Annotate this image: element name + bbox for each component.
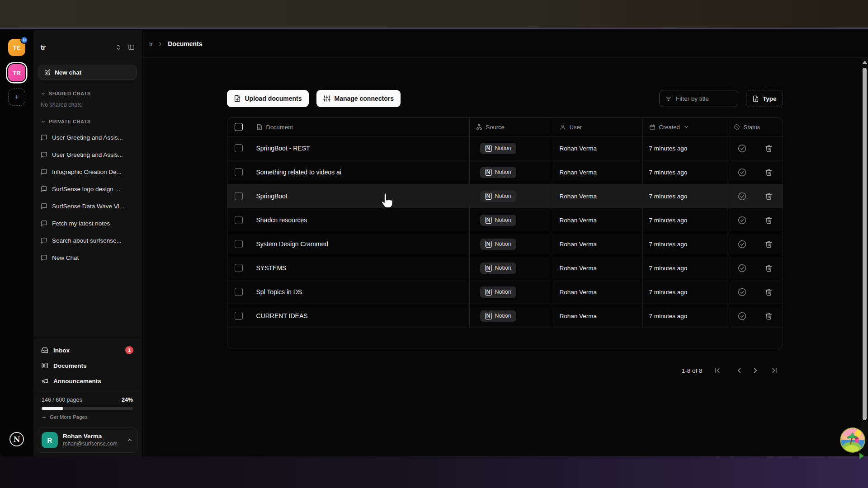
previous-page-button[interactable] (732, 366, 741, 375)
add-workspace-button[interactable]: + (8, 89, 25, 106)
scrollbar-thumb[interactable] (863, 68, 867, 420)
column-header-status[interactable]: Status (727, 118, 783, 136)
message-icon (41, 134, 47, 141)
sidebar-item-documents[interactable]: Documents (37, 358, 137, 373)
row-created: 7 minutes ago (642, 232, 727, 256)
status-check-icon (737, 144, 747, 153)
message-icon (41, 169, 47, 175)
get-more-pages-button[interactable]: Get More Pages (42, 414, 133, 420)
row-checkbox[interactable] (235, 288, 243, 296)
source-badge: NNotion (480, 286, 516, 298)
row-checkbox[interactable] (235, 240, 243, 248)
pagination: 1-8 of 8 (227, 366, 783, 375)
source-badge: NNotion (480, 167, 516, 178)
clock-icon (734, 124, 740, 130)
delete-row-icon[interactable] (765, 288, 773, 296)
scrollbar-up-arrow[interactable] (863, 61, 867, 64)
status-check-icon (737, 216, 747, 225)
breadcrumb: tr Documents (142, 30, 868, 58)
delete-row-icon[interactable] (765, 264, 773, 272)
sidebar-item-inbox[interactable]: Inbox 1 (37, 343, 137, 358)
row-checkbox[interactable] (235, 192, 243, 200)
chat-list-item[interactable]: Search about surfsense... (33, 232, 141, 249)
table-row[interactable]: Spl Topics in DS NNotion Rohan Verma 7 m… (227, 280, 783, 304)
table-row[interactable]: SYSTEMS NNotion Rohan Verma 7 minutes ag… (227, 256, 783, 280)
sort-chevron-down-icon (684, 124, 689, 130)
chat-list-item[interactable]: User Greeting and Assis... (33, 146, 141, 163)
chat-list-item[interactable]: Fetch my latest notes (33, 215, 141, 232)
row-user: Rohan Verma (553, 256, 642, 280)
table-row[interactable]: SpringBoot - REST NNotion Rohan Verma 7 … (227, 136, 783, 160)
document-name: SYSTEMS (250, 256, 469, 280)
notion-icon: N (485, 265, 492, 272)
manage-connectors-button[interactable]: Manage connectors (316, 90, 401, 107)
workspace-switcher-icon[interactable] (115, 44, 122, 51)
row-checkbox[interactable] (235, 144, 243, 152)
new-chat-button[interactable]: New chat (38, 65, 137, 80)
column-header-user[interactable]: User (553, 118, 642, 136)
private-chat-list: User Greeting and Assis... User Greeting… (33, 129, 141, 266)
row-user: Rohan Verma (553, 136, 642, 160)
next-page-button[interactable] (751, 366, 760, 375)
column-header-created[interactable]: Created (642, 118, 727, 136)
table-row[interactable]: Something related to videos ai NNotion R… (227, 160, 783, 184)
document-name: System Design Crammed (250, 232, 469, 256)
source-badge: NNotion (480, 310, 516, 322)
select-all-checkbox[interactable] (235, 123, 243, 131)
user-menu[interactable]: R Rohan Verma rohan@surfsense.com (37, 427, 138, 453)
delete-row-icon[interactable] (765, 192, 773, 200)
users-badge-icon (20, 36, 28, 44)
breadcrumb-root[interactable]: tr (149, 41, 153, 47)
delete-row-icon[interactable] (765, 216, 773, 224)
row-checkbox[interactable] (235, 264, 243, 272)
usage-panel: 146 / 600 pages 24% Get More Pages (33, 392, 141, 425)
delete-row-icon[interactable] (765, 145, 773, 152)
message-icon (41, 151, 47, 158)
type-filter-button[interactable]: Type (746, 90, 783, 107)
sidebar-toggle-icon[interactable] (128, 44, 135, 51)
last-page-button[interactable] (770, 366, 778, 375)
workspace-avatar-te[interactable]: TE (8, 39, 25, 56)
calendar-icon (649, 124, 656, 130)
row-checkbox[interactable] (235, 216, 243, 224)
filter-icon (665, 95, 672, 102)
chat-list-item[interactable]: Infographic Creation De... (33, 163, 141, 180)
pages-progress-fill (42, 407, 63, 410)
delete-row-icon[interactable] (765, 312, 773, 320)
filter-by-title-input[interactable] (676, 95, 732, 102)
private-chats-section-header[interactable]: PRIVATE CHATS (41, 119, 134, 124)
chat-list-item[interactable]: SurfSense Data Wave Vi... (33, 197, 141, 215)
documents-toolbar: Upload documents Manage connectors (227, 90, 783, 107)
column-header-source[interactable]: Source (469, 118, 553, 136)
delete-row-icon[interactable] (765, 169, 773, 176)
delete-row-icon[interactable] (765, 240, 773, 248)
column-header-document[interactable]: Document (250, 118, 469, 136)
table-row-hovered[interactable]: SpringBoot NNotion Rohan Verma 7 minutes… (227, 184, 783, 208)
notion-icon: N (485, 169, 492, 176)
row-checkbox[interactable] (235, 312, 243, 320)
notion-icon: N (485, 241, 492, 248)
inbox-unread-badge: 1 (125, 346, 133, 354)
document-name: Shadcn resources (250, 208, 469, 232)
shared-chats-section-header[interactable]: SHARED CHATS (41, 91, 134, 96)
workspace-avatar-tr-selected[interactable]: TR (8, 64, 25, 81)
chat-list-item[interactable]: SurfSense logo design ... (33, 180, 141, 197)
table-row[interactable]: Shadcn resources NNotion Rohan Verma 7 m… (227, 208, 783, 232)
row-created: 7 minutes ago (642, 280, 727, 304)
user-avatar: R (42, 432, 58, 448)
notion-icon: N (485, 289, 492, 296)
edit-icon (44, 69, 51, 76)
chat-list-item[interactable]: New Chat (33, 249, 141, 266)
sidebar-item-announcements[interactable]: Announcements (37, 373, 137, 389)
chat-list-item[interactable]: User Greeting and Assis... (33, 129, 141, 146)
source-badge: NNotion (480, 263, 516, 274)
first-page-button[interactable] (713, 366, 722, 375)
new-chat-label: New chat (55, 69, 81, 76)
message-icon (41, 220, 47, 227)
app-logo: N (9, 432, 24, 446)
vertical-scrollbar[interactable] (861, 58, 868, 456)
upload-documents-button[interactable]: Upload documents (227, 90, 309, 107)
table-row[interactable]: CURRENT IDEAS NNotion Rohan Verma 7 minu… (227, 304, 783, 328)
row-checkbox[interactable] (235, 168, 243, 176)
table-row[interactable]: System Design Crammed NNotion Rohan Verm… (227, 232, 783, 256)
